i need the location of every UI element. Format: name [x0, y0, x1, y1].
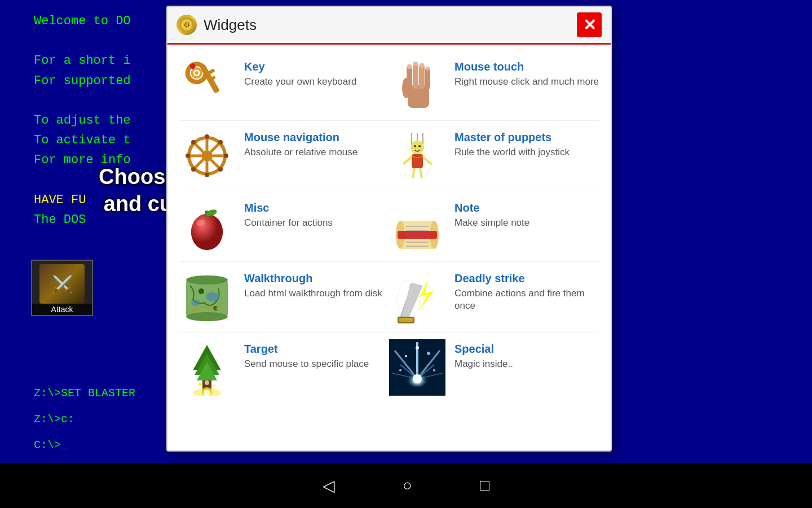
target-info: Target Send mouse to specific place: [244, 339, 389, 370]
svg-line-47: [413, 168, 414, 178]
mouse-nav-icon: [179, 128, 235, 184]
master-info: Master of puppets Rule the world with jo…: [454, 128, 599, 159]
widget-deadly[interactable]: Deadly strike Combine actions and fire t…: [389, 269, 599, 325]
svg-line-46: [423, 157, 431, 164]
svg-point-97: [427, 352, 430, 355]
widget-master[interactable]: Master of puppets Rule the world with jo…: [389, 128, 599, 184]
widget-row-3: Misc Container for actions: [167, 191, 611, 261]
attack-button[interactable]: ⚔️ Attack: [31, 260, 93, 316]
svg-point-83: [198, 383, 202, 386]
deadly-info: Deadly strike Combine actions and fire t…: [454, 269, 599, 312]
svg-line-45: [403, 157, 412, 164]
dialog-content: Key Create your own keyboard: [167, 45, 611, 450]
attack-icon: ⚔️: [39, 264, 85, 304]
svg-point-42: [414, 145, 416, 147]
svg-point-30: [205, 134, 209, 139]
svg-point-95: [413, 374, 422, 383]
home-button[interactable]: ○: [403, 476, 412, 494]
walkthrough-icon: [179, 269, 235, 325]
svg-rect-17: [413, 62, 418, 66]
dialog-header-icon: ⚙: [176, 15, 197, 35]
svg-text:⚙: ⚙: [183, 20, 191, 29]
key-desc: Create your own keyboard: [244, 76, 389, 88]
deadly-desc: Combine actions and fire them once: [454, 287, 599, 312]
svg-point-100: [416, 346, 419, 349]
widget-special[interactable]: Special Magic inside..: [389, 339, 599, 396]
mouse-touch-icon: [389, 57, 445, 113]
svg-point-43: [418, 145, 421, 147]
svg-line-28: [211, 143, 219, 152]
mouse-nav-info: Mouse navigation Absolute or relative mo…: [244, 128, 389, 159]
misc-icon: [179, 198, 235, 255]
svg-point-32: [186, 154, 190, 158]
svg-rect-12: [413, 63, 418, 89]
widget-mouse-touch[interactable]: Mouse touch Right mouse click and much m…: [389, 57, 599, 113]
widget-target[interactable]: Target Send mouse to specific place: [179, 339, 389, 396]
svg-point-85: [205, 380, 209, 385]
dialog-close-button[interactable]: ✕: [577, 12, 602, 37]
svg-rect-19: [426, 67, 430, 71]
recent-button[interactable]: □: [480, 476, 489, 494]
svg-point-99: [433, 369, 435, 371]
mouse-touch-desc: Right mouse click and much more: [454, 76, 599, 88]
note-icon: [389, 198, 445, 255]
target-icon: [179, 339, 235, 396]
key-icon: [179, 57, 235, 113]
widget-misc[interactable]: Misc Container for actions: [179, 198, 389, 255]
svg-point-41: [411, 141, 424, 154]
svg-rect-73: [399, 318, 413, 322]
svg-rect-14: [425, 68, 430, 89]
svg-rect-13: [419, 64, 425, 89]
note-desc: Make simple note: [454, 217, 599, 229]
widget-row-4: Walkthrough Load html walkthrough from d…: [167, 262, 611, 332]
svg-rect-44: [412, 154, 423, 168]
mouse-touch-info: Mouse touch Right mouse click and much m…: [454, 57, 599, 88]
svg-line-26: [195, 143, 203, 152]
deadly-name: Deadly strike: [454, 272, 599, 285]
svg-point-65: [186, 312, 228, 321]
svg-point-67: [191, 299, 200, 306]
widget-row-1: Key Create your own keyboard: [167, 50, 611, 120]
special-icon: [389, 339, 445, 396]
svg-rect-58: [398, 231, 437, 239]
svg-point-15: [402, 78, 410, 98]
widget-key[interactable]: Key Create your own keyboard: [179, 57, 389, 113]
svg-line-29: [195, 160, 203, 168]
widget-row-5: Target Send mouse to specific place: [167, 332, 611, 402]
special-desc: Magic inside..: [454, 358, 599, 370]
svg-point-84: [213, 385, 215, 387]
svg-point-36: [218, 140, 223, 144]
walkthrough-info: Walkthrough Load html walkthrough from d…: [244, 269, 389, 300]
widget-mouse-nav[interactable]: Mouse navigation Absolute or relative mo…: [179, 128, 389, 184]
svg-point-31: [205, 173, 209, 177]
deadly-icon: [389, 269, 445, 325]
walkthrough-name: Walkthrough: [244, 272, 389, 285]
misc-name: Misc: [244, 202, 389, 214]
key-info: Key Create your own keyboard: [244, 57, 389, 88]
mouse-nav-desc: Absolute or relative mouse: [244, 146, 389, 159]
special-info: Special Magic inside..: [454, 339, 599, 370]
svg-rect-18: [420, 63, 424, 68]
back-button[interactable]: ◁: [323, 476, 335, 495]
master-icon: [389, 128, 445, 184]
widget-walkthrough[interactable]: Walkthrough Load html walkthrough from d…: [179, 269, 389, 325]
svg-point-68: [198, 288, 204, 294]
dialog-header: ⚙ Widgets ✕: [167, 7, 611, 45]
svg-point-98: [399, 369, 401, 371]
svg-line-27: [211, 160, 219, 168]
widgets-dialog: ⚙ Widgets ✕: [166, 6, 612, 452]
svg-point-37: [191, 167, 196, 172]
svg-point-51: [191, 214, 223, 250]
svg-marker-70: [400, 283, 423, 318]
mouse-nav-name: Mouse navigation: [244, 131, 389, 144]
misc-desc: Container for actions: [244, 217, 389, 229]
walkthrough-desc: Load html walkthrough from disk: [244, 287, 389, 300]
target-name: Target: [244, 343, 389, 356]
svg-line-48: [420, 168, 422, 178]
widget-note[interactable]: Note Make simple note: [389, 198, 599, 255]
svg-rect-16: [407, 64, 412, 69]
svg-point-35: [218, 167, 223, 172]
attack-label: Attack: [32, 304, 92, 315]
svg-point-34: [191, 140, 196, 144]
note-name: Note: [454, 202, 599, 214]
